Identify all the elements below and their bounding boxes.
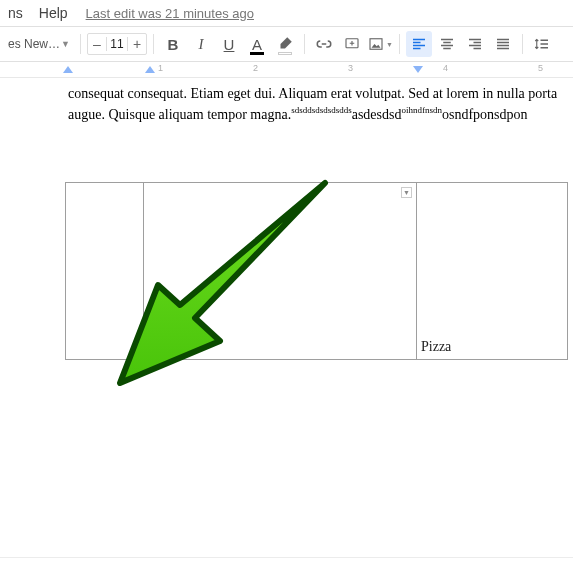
align-right-icon [466, 35, 484, 53]
ruler-number: 4 [443, 63, 448, 73]
caret-icon [149, 338, 150, 353]
horizontal-ruler[interactable]: 1 2 3 4 5 [0, 62, 573, 78]
toolbar-separator [153, 34, 154, 54]
increase-font-button[interactable]: + [128, 36, 146, 52]
insert-link-button[interactable] [311, 31, 337, 57]
align-justify-icon [494, 35, 512, 53]
menu-bar: ns Help Last edit was 21 minutes ago [0, 0, 573, 26]
line-spacing-button[interactable] [529, 31, 555, 57]
link-icon [315, 35, 333, 53]
ruler-marks: 1 2 3 4 5 [68, 62, 573, 77]
menu-item-ns[interactable]: ns [0, 1, 31, 25]
line-spacing-icon [533, 35, 551, 53]
text-line: augue. Quisque aliquam tempor magna. [68, 107, 291, 122]
font-size-stepper[interactable]: – 11 + [87, 33, 147, 55]
document-canvas[interactable]: consequat consequat. Etiam eget dui. Ali… [0, 78, 573, 360]
table-cell-active[interactable]: ▼ [144, 183, 417, 360]
image-icon [367, 35, 385, 53]
last-edit-info[interactable]: Last edit was 21 minutes ago [86, 6, 254, 21]
font-size-value[interactable]: 11 [106, 37, 128, 51]
footer-divider [0, 557, 573, 558]
cell-dropdown-handle[interactable]: ▼ [401, 187, 412, 198]
first-line-indent-marker[interactable] [63, 66, 73, 73]
italic-button[interactable]: I [188, 31, 214, 57]
align-center-button[interactable] [434, 31, 460, 57]
ruler-number: 2 [253, 63, 258, 73]
toolbar-separator [304, 34, 305, 54]
superscript-text: sdsddsdsdsdsdds [291, 105, 352, 115]
align-center-icon [438, 35, 456, 53]
cell-text: Pizza [421, 339, 451, 355]
align-right-button[interactable] [462, 31, 488, 57]
ruler-number: 5 [538, 63, 543, 73]
font-family-label: es New… [8, 37, 60, 51]
comment-plus-icon [343, 35, 361, 53]
highlight-color-button[interactable] [272, 31, 298, 57]
text-cursor [146, 337, 150, 353]
text-color-button[interactable]: A [244, 31, 270, 57]
table-cell[interactable] [66, 183, 144, 360]
insert-image-button[interactable]: ▼ [367, 31, 393, 57]
underline-button[interactable]: U [216, 31, 242, 57]
text-color-swatch [250, 52, 264, 55]
superscript-text: oihndfnsdn [401, 105, 442, 115]
font-family-select[interactable]: es New… ▼ [4, 32, 74, 56]
text-line: osndfponsdpon [442, 107, 528, 122]
chevron-down-icon: ▼ [61, 39, 70, 49]
document-table[interactable]: ▼ Pizza [65, 182, 568, 360]
add-comment-button[interactable] [339, 31, 365, 57]
toolbar-separator [522, 34, 523, 54]
bold-button[interactable]: B [160, 31, 186, 57]
toolbar-separator [80, 34, 81, 54]
text-line: asdesdsd [352, 107, 402, 122]
left-indent-marker[interactable] [145, 66, 155, 73]
right-indent-marker[interactable] [413, 66, 423, 73]
table-cell[interactable]: Pizza [417, 183, 568, 360]
toolbar: es New… ▼ – 11 + B I U A ▼ [0, 26, 573, 62]
highlight-swatch [278, 52, 292, 55]
align-left-button[interactable] [406, 31, 432, 57]
highlighter-icon [276, 35, 294, 53]
align-justify-button[interactable] [490, 31, 516, 57]
ruler-number: 1 [158, 63, 163, 73]
decrease-font-button[interactable]: – [88, 36, 106, 52]
paragraph-text[interactable]: consequat consequat. Etiam eget dui. Ali… [68, 84, 573, 125]
menu-item-help[interactable]: Help [31, 1, 76, 25]
align-left-icon [410, 35, 428, 53]
text-line: consequat consequat. Etiam eget dui. Ali… [68, 86, 557, 101]
chevron-down-icon: ▼ [386, 41, 393, 48]
ruler-number: 3 [348, 63, 353, 73]
table-row: ▼ Pizza [66, 183, 568, 360]
toolbar-separator [399, 34, 400, 54]
